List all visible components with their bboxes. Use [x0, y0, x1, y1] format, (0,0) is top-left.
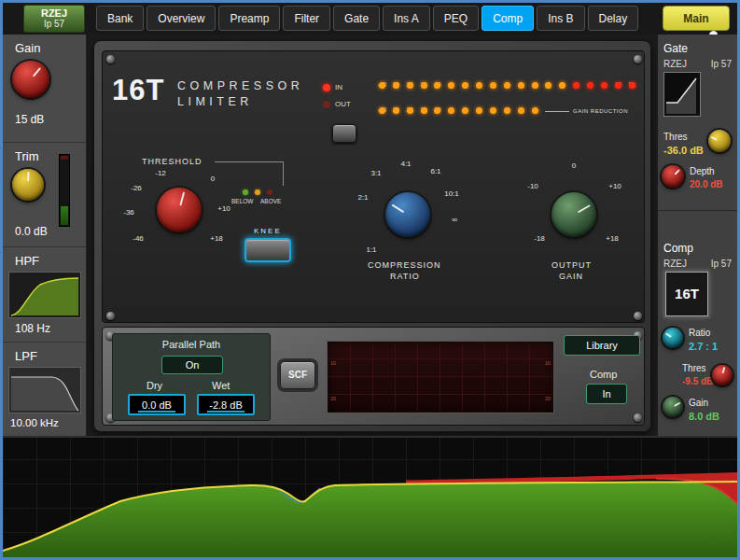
knob-tick-label: 1:1 [366, 245, 376, 254]
parallel-on-button[interactable]: On [161, 356, 223, 374]
compressor-footer: Parallel Path On Dry Wet 0.0 dB -2.8 dB … [102, 327, 645, 426]
meter-led [462, 107, 468, 114]
type-line-2: LIMITER [177, 95, 253, 108]
knob-tick-label: -10 [527, 182, 538, 190]
wet-label: Wet [212, 380, 230, 391]
meter-led [601, 82, 607, 89]
lpf-value: 10.00 kHz [10, 417, 59, 428]
wet-value-box[interactable]: -2.8 dB [197, 394, 255, 415]
meter-led [629, 82, 635, 89]
trim-knob[interactable] [12, 169, 44, 201]
screw-icon [634, 413, 642, 422]
tab-overview[interactable]: Overview [147, 6, 216, 31]
meter-leds-top [375, 82, 639, 99]
meter-led [615, 82, 621, 89]
compressor-face: 16T COMPRESSOR LIMITER IN OUT -403020151… [102, 50, 645, 323]
channel-badge[interactable]: RZEJ Ip 57 [23, 5, 85, 33]
meter-mode-button[interactable] [332, 124, 356, 143]
hpf-curve-icon [9, 273, 80, 317]
meter-led [532, 107, 538, 114]
dry-label: Dry [147, 380, 162, 391]
meter-led [421, 82, 427, 89]
knob-tick-label: -46 [133, 234, 144, 243]
type-line-1: COMPRESSOR [177, 79, 303, 92]
lpf-curve-thumbnail[interactable] [8, 367, 81, 413]
sidechain-filter-display: 10 20 10 20 [327, 341, 554, 413]
comp-thres-knob[interactable] [712, 365, 733, 385]
dry-value-box[interactable]: 0.0 dB [128, 394, 186, 415]
trim-value: 0.0 dB [15, 225, 48, 238]
hpf-curve-thumbnail[interactable] [8, 272, 81, 318]
comp-thres-label: Thres [682, 363, 706, 373]
tab-peq[interactable]: PEQ [433, 6, 479, 31]
tab-preamp[interactable]: Preamp [218, 6, 280, 31]
ratio-label-2: RATIO [390, 272, 420, 281]
eq-curves [3, 438, 737, 559]
trim-label: Trim [15, 149, 39, 163]
tab-comp[interactable]: Comp [482, 6, 534, 31]
tab-filter[interactable]: Filter [283, 6, 330, 31]
meter-led [587, 82, 593, 89]
comp-in-label: Comp [590, 369, 617, 380]
scf-tick-label: 10 [545, 360, 551, 366]
ratio-knob[interactable] [385, 192, 430, 237]
out-led-label: OUT [335, 100, 351, 108]
knob-tick-label: +10 [608, 182, 621, 190]
knob-tick-label: 4:1 [400, 160, 411, 168]
comp-title: Comp [663, 242, 693, 255]
gate-thres-knob[interactable] [708, 130, 731, 152]
ratio-label-1: COMPRESSION [368, 260, 441, 270]
knee-button[interactable] [244, 238, 291, 262]
right-sidebar: Gate RZEJ Ip 57 Thres -36.0 dB Depth 20.… [657, 35, 737, 436]
tab-ins-a[interactable]: Ins A [383, 6, 430, 31]
knob-tick-label: 3:1 [370, 169, 381, 177]
gate-thres-value: -36.0 dB [663, 145, 704, 156]
meter-led [559, 82, 565, 89]
mid-led [255, 189, 260, 195]
knob-tick-label: -26 [131, 184, 142, 192]
library-button[interactable]: Library [564, 335, 640, 356]
meter-led [393, 107, 399, 114]
above-led [267, 189, 272, 195]
gain-value: 15 dB [15, 113, 44, 126]
comp-in-button[interactable]: In [586, 384, 627, 404]
comp-gain-label: Gain [689, 398, 708, 408]
meter-led [476, 82, 482, 89]
scf-tick-label: 20 [545, 396, 551, 401]
comp-patch: Ip 57 [711, 259, 732, 269]
meter-led [448, 82, 454, 89]
comp-channel: RZEJ [663, 259, 687, 269]
screw-icon [634, 312, 642, 320]
comp-ratio-label: Ratio [689, 328, 710, 338]
tab-delay[interactable]: Delay [588, 6, 639, 31]
output-gain-knob[interactable] [552, 192, 596, 237]
gain-reduction-line [545, 111, 569, 112]
gate-title: Gate [663, 42, 688, 55]
screw-icon [106, 312, 115, 320]
tab-bank[interactable]: Bank [96, 6, 144, 31]
scf-tick-label: 10 [330, 360, 336, 366]
gate-depth-value: 20.0 dB [690, 179, 723, 189]
meter-led [462, 82, 468, 89]
meter-leds-bottom [375, 107, 542, 124]
meter-led [545, 82, 552, 89]
threshold-knob[interactable] [157, 188, 202, 232]
model-name: 16T [112, 74, 164, 107]
comp-gain-knob[interactable] [663, 397, 683, 417]
knob-tick-label: +18 [210, 234, 223, 243]
above-label: ABOVE [260, 198, 281, 204]
tab-gate[interactable]: Gate [333, 6, 380, 31]
gain-knob[interactable] [12, 61, 49, 98]
comp-model-thumbnail[interactable]: 16T [665, 272, 708, 316]
gate-depth-knob[interactable] [662, 165, 684, 188]
meter-led [518, 82, 524, 89]
knob-tick-label: 2:1 [357, 193, 368, 202]
gate-curve-thumbnail[interactable] [663, 72, 701, 117]
knob-tick-label: -36 [123, 208, 134, 217]
scf-button[interactable]: SCF [280, 361, 315, 389]
tab-ins-b[interactable]: Ins B [537, 6, 584, 31]
comp-ratio-knob[interactable] [663, 328, 683, 348]
meter-led [448, 107, 454, 114]
gain-reduction-label: GAIN REDUCTION [573, 108, 628, 114]
main-button[interactable]: Main [663, 6, 730, 31]
